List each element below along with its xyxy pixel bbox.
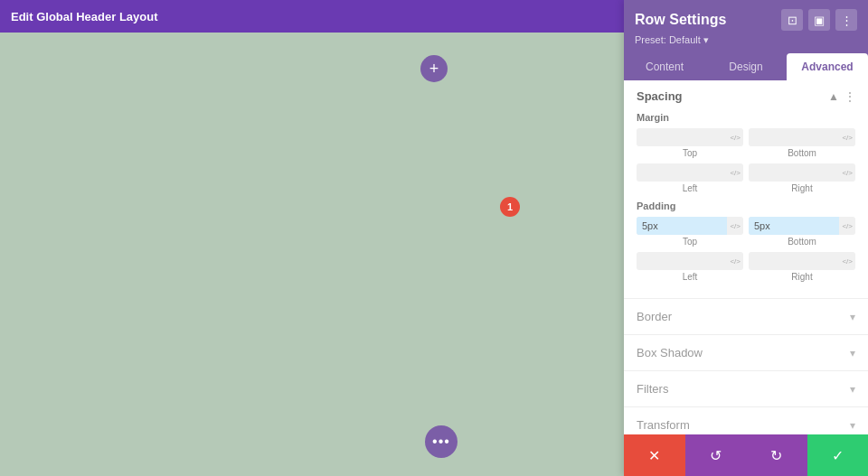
- padding-top-wrap: </> Top: [637, 217, 743, 247]
- padding-right-label: Right: [791, 272, 812, 282]
- floating-menu-button[interactable]: •••: [425, 425, 458, 458]
- margin-top-input[interactable]: [637, 128, 727, 146]
- transform-section-header[interactable]: Transform ▾: [624, 407, 868, 434]
- undo-button[interactable]: ↺: [685, 434, 747, 476]
- margin-left-input[interactable]: [637, 163, 727, 182]
- padding-right-link-icon[interactable]: </>: [839, 257, 855, 266]
- margin-top-wrap: </> Top: [637, 128, 743, 158]
- margin-left-label: Left: [683, 183, 698, 193]
- panel-tabs: Content Design Advanced: [624, 53, 868, 80]
- layout-icon: ▣: [814, 14, 825, 27]
- spacing-section: Spacing ▲ ⋮ Margin </> Top: [624, 80, 868, 299]
- box-shadow-section-header[interactable]: Box Shadow ▾: [624, 335, 868, 370]
- padding-bottom-input[interactable]: [749, 217, 839, 235]
- app-title: Edit Global Header Layout: [11, 10, 158, 23]
- margin-bottom-label: Bottom: [788, 148, 816, 158]
- redo-button[interactable]: ↻: [746, 434, 807, 476]
- padding-left-link-icon[interactable]: </>: [727, 257, 743, 266]
- border-section: Border ▾: [624, 299, 868, 335]
- margin-right-input[interactable]: [749, 163, 839, 182]
- panel-body: Spacing ▲ ⋮ Margin </> Top: [624, 80, 868, 434]
- filters-chevron-icon: ▾: [850, 383, 855, 396]
- padding-right-input-row: </>: [749, 252, 855, 270]
- collapse-icon[interactable]: ▲: [828, 90, 839, 103]
- padding-top-input[interactable]: [637, 217, 727, 235]
- spacing-section-header[interactable]: Spacing ▲ ⋮: [624, 80, 868, 112]
- box-shadow-chevron-icon: ▾: [850, 347, 855, 359]
- padding-left-wrap: </> Left: [637, 252, 743, 282]
- padding-top-label: Top: [683, 237, 697, 247]
- save-icon: ✓: [832, 447, 844, 464]
- margin-bottom-input[interactable]: [749, 128, 839, 146]
- margin-right-wrap: </> Right: [749, 163, 855, 193]
- panel-title: Row Settings: [635, 12, 726, 28]
- margin-bottom-link-icon[interactable]: </>: [839, 134, 855, 142]
- layout-icon-button[interactable]: ▣: [808, 9, 830, 31]
- margin-bottom-wrap: </> Bottom: [749, 128, 855, 158]
- step-badge: 1: [500, 197, 520, 217]
- padding-bottom-label: Bottom: [788, 237, 816, 247]
- filters-section-header[interactable]: Filters ▾: [624, 371, 868, 406]
- border-chevron-icon: ▾: [850, 311, 855, 323]
- padding-inputs: </> Top </> Bottom </>: [637, 217, 855, 282]
- box-shadow-section: Box Shadow ▾: [624, 335, 868, 371]
- cancel-icon: ✕: [648, 447, 660, 464]
- padding-bottom-wrap: </> Bottom: [749, 217, 855, 247]
- padding-bottom-link-icon[interactable]: </>: [839, 222, 855, 230]
- margin-left-input-row: </>: [637, 163, 743, 182]
- border-title: Border: [637, 310, 672, 323]
- responsive-icon: ⊡: [788, 14, 797, 27]
- spacing-title: Spacing: [637, 89, 683, 103]
- undo-icon: ↺: [710, 447, 722, 464]
- margin-top-label: Top: [683, 148, 697, 158]
- margin-top-input-row: </>: [637, 128, 743, 146]
- margin-bottom-input-row: </>: [749, 128, 855, 146]
- margin-right-link-icon[interactable]: </>: [839, 169, 855, 177]
- more-icon: ⋮: [841, 14, 853, 27]
- spacing-content: Margin </> Top </> Botto: [624, 112, 868, 298]
- padding-bottom-input-row: </>: [749, 217, 855, 235]
- box-shadow-title: Box Shadow: [637, 346, 703, 359]
- padding-left-input[interactable]: [637, 252, 727, 270]
- cancel-button[interactable]: ✕: [624, 434, 685, 476]
- margin-top-link-icon[interactable]: </>: [727, 134, 743, 142]
- panel-actions: ✕ ↺ ↻ ✓: [624, 434, 868, 476]
- margin-left-link-icon[interactable]: </>: [727, 169, 743, 177]
- margin-inputs: </> Top </> Bottom </>: [637, 128, 855, 193]
- margin-right-label: Right: [791, 183, 812, 193]
- padding-right-input[interactable]: [749, 252, 839, 270]
- tab-advanced[interactable]: Advanced: [787, 53, 868, 80]
- section-header-icons: ▲ ⋮: [828, 90, 855, 103]
- responsive-icon-button[interactable]: ⊡: [781, 9, 803, 31]
- tab-design[interactable]: Design: [705, 53, 787, 80]
- panel-header-icons: ⊡ ▣ ⋮: [781, 9, 857, 31]
- border-section-header[interactable]: Border ▾: [624, 299, 868, 334]
- filters-section: Filters ▾: [624, 371, 868, 407]
- save-button[interactable]: ✓: [807, 434, 869, 476]
- padding-left-input-row: </>: [637, 252, 743, 270]
- filters-title: Filters: [637, 382, 668, 396]
- transform-section: Transform ▾: [624, 407, 868, 434]
- transform-title: Transform: [637, 418, 690, 432]
- panel-header: Row Settings ⊡ ▣ ⋮ Preset: Default ▾: [624, 0, 868, 53]
- margin-label: Margin: [637, 112, 855, 123]
- panel-header-row: Row Settings ⊡ ▣ ⋮: [635, 9, 857, 31]
- margin-right-input-row: </>: [749, 163, 855, 182]
- tab-content[interactable]: Content: [624, 53, 705, 80]
- padding-top-link-icon[interactable]: </>: [727, 222, 743, 230]
- padding-label: Padding: [637, 201, 855, 211]
- margin-left-wrap: </> Left: [637, 163, 743, 193]
- padding-top-input-row: </>: [637, 217, 743, 235]
- padding-left-label: Left: [683, 272, 698, 282]
- transform-chevron-icon: ▾: [850, 419, 855, 432]
- section-more-icon[interactable]: ⋮: [844, 90, 855, 103]
- preset-label[interactable]: Preset: Default ▾: [635, 34, 857, 46]
- add-row-button[interactable]: +: [420, 55, 448, 82]
- redo-icon: ↻: [770, 447, 782, 464]
- more-options-button[interactable]: ⋮: [835, 9, 857, 31]
- row-settings-panel: Row Settings ⊡ ▣ ⋮ Preset: Default ▾ Con…: [624, 0, 868, 476]
- padding-right-wrap: </> Right: [749, 252, 855, 282]
